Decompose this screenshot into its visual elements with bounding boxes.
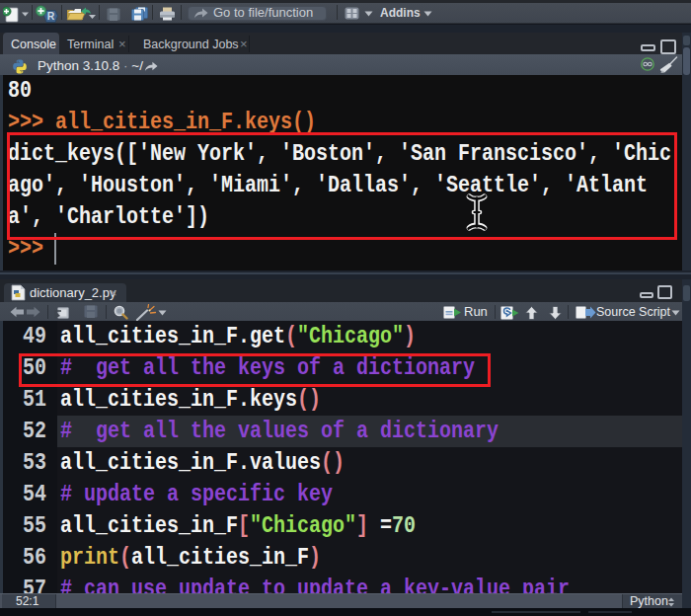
svg-text:R: R xyxy=(47,10,55,22)
